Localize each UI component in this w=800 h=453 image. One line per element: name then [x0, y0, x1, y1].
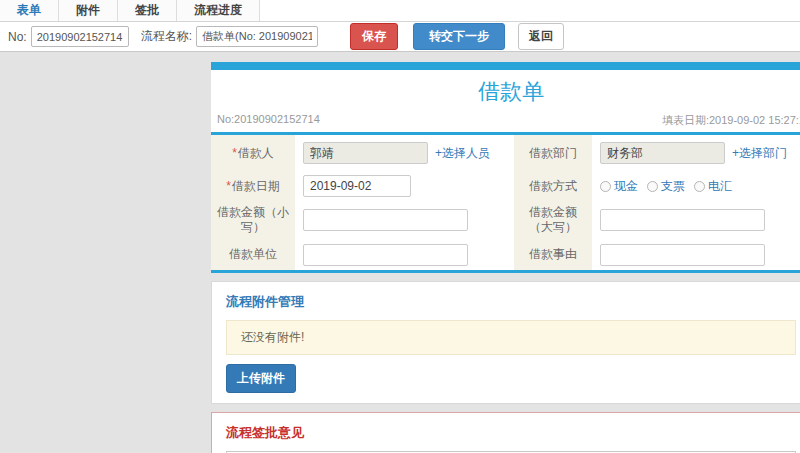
radio-cheque[interactable]: 支票	[647, 178, 685, 195]
process-name-input[interactable]	[196, 26, 318, 47]
next-step-button[interactable]: 转交下一步	[413, 23, 505, 50]
loan-date-label: *借款日期	[211, 171, 295, 201]
loan-unit-input[interactable]	[303, 244, 468, 266]
loan-reason-label: 借款事由	[514, 239, 592, 270]
amount-upper-label: 借款金额（大写）	[514, 201, 592, 239]
borrower-cell: +选择人员	[295, 135, 514, 171]
amount-lower-cell	[295, 201, 514, 239]
page-title: 借款单	[211, 70, 800, 110]
form-meta-row: No:20190902152714 填表日期:2019-09-02 15:27:…	[211, 110, 800, 135]
loan-form-panel: 借款单 No:20190902152714 填表日期:2019-09-02 15…	[211, 62, 800, 273]
tab-approval[interactable]: 签批	[118, 0, 177, 21]
loan-date-cell	[295, 171, 514, 201]
radio-circle-icon[interactable]	[694, 181, 705, 192]
no-input[interactable]	[31, 26, 129, 47]
doc-number: No:20190902152714	[217, 113, 320, 128]
loan-unit-cell	[295, 239, 514, 270]
radio-cash[interactable]: 现金	[600, 178, 638, 195]
command-bar: No: 流程名称: 保存 转交下一步 返回	[0, 22, 800, 52]
amount-lower-input[interactable]	[303, 209, 468, 231]
borrower-label: *借款人	[211, 135, 295, 171]
loan-method-cell: 现金 支票 电汇	[592, 171, 800, 201]
required-asterisk: *	[232, 146, 237, 160]
department-label: 借款部门	[514, 135, 592, 171]
tab-bar: 表单 附件 签批 流程进度	[0, 0, 800, 22]
tab-form[interactable]: 表单	[0, 0, 59, 21]
approval-heading: 流程签批意见	[226, 424, 796, 442]
no-attachment-alert: 还没有附件!	[226, 320, 796, 355]
loan-date-input[interactable]	[303, 175, 411, 197]
loan-method-label: 借款方式	[514, 171, 592, 201]
form-grid: *借款人 +选择人员 借款部门 +选择部门 *借款日期 借款方式	[211, 135, 800, 273]
required-asterisk: *	[226, 179, 231, 193]
attachment-panel: 流程附件管理 还没有附件! 上传附件	[211, 281, 800, 404]
radio-circle-icon[interactable]	[647, 181, 658, 192]
loan-unit-label: 借款单位	[211, 239, 295, 270]
back-button[interactable]: 返回	[518, 23, 564, 50]
amount-lower-label: 借款金额（小写）	[211, 201, 295, 239]
amount-upper-input[interactable]	[600, 209, 765, 231]
select-department-link[interactable]: +选择部门	[732, 145, 787, 162]
approval-panel: 流程签批意见 B I abc ▰ ⚑ 123	[211, 412, 800, 453]
department-cell: +选择部门	[592, 135, 800, 171]
save-button[interactable]: 保存	[350, 23, 398, 50]
process-name-label: 流程名称:	[141, 28, 192, 45]
tab-attachments[interactable]: 附件	[59, 0, 118, 21]
amount-upper-cell	[592, 201, 800, 239]
tab-progress[interactable]: 流程进度	[177, 0, 260, 21]
no-label: No:	[8, 30, 27, 44]
radio-cheque-label: 支票	[661, 178, 685, 195]
main-content: 借款单 No:20190902152714 填表日期:2019-09-02 15…	[211, 52, 800, 453]
department-input[interactable]	[600, 142, 725, 164]
radio-circle-icon[interactable]	[600, 181, 611, 192]
radio-wire[interactable]: 电汇	[694, 178, 732, 195]
radio-cash-label: 现金	[614, 178, 638, 195]
borrower-input[interactable]	[303, 142, 428, 164]
radio-wire-label: 电汇	[708, 178, 732, 195]
upload-attachment-button[interactable]: 上传附件	[226, 364, 296, 393]
loan-method-radio-group: 现金 支票 电汇	[600, 178, 732, 195]
loan-reason-input[interactable]	[600, 244, 765, 266]
fill-date: 填表日期:2019-09-02 15:27:1	[662, 113, 800, 128]
loan-reason-cell	[592, 239, 800, 270]
attachment-heading: 流程附件管理	[226, 293, 796, 311]
select-person-link[interactable]: +选择人员	[435, 145, 490, 162]
